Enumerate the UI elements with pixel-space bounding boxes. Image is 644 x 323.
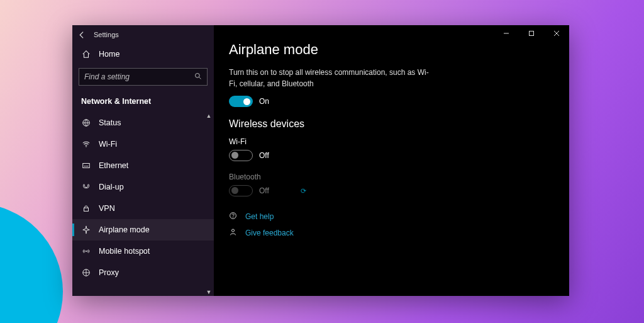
wifi-toggle[interactable] xyxy=(229,150,253,161)
ethernet-icon xyxy=(81,161,91,171)
svg-point-5 xyxy=(86,251,87,252)
dialup-icon xyxy=(81,182,91,192)
airplane-mode-toggle[interactable] xyxy=(229,96,253,107)
back-button[interactable] xyxy=(77,30,86,39)
main-panel: Airplane mode Turn this on to stop all w… xyxy=(214,25,569,296)
sidebar-item-proxy[interactable]: Proxy xyxy=(72,262,214,283)
settings-window: Settings Home Network & Internet ▲ xyxy=(72,25,569,296)
get-help-link[interactable]: Get help xyxy=(229,212,569,222)
wifi-icon xyxy=(81,139,91,149)
svg-rect-4 xyxy=(84,208,89,211)
svg-point-0 xyxy=(196,73,200,77)
svg-rect-7 xyxy=(530,31,534,36)
get-help-label: Get help xyxy=(245,212,274,221)
svg-point-10 xyxy=(231,229,234,232)
vpn-icon xyxy=(81,203,91,213)
sidebar-item-hotspot[interactable]: Mobile hotspot xyxy=(72,241,214,262)
search-icon xyxy=(194,72,202,82)
sidebar-item-label: Airplane mode xyxy=(99,225,150,234)
sidebar-item-status[interactable]: Status xyxy=(72,112,214,133)
loading-spinner-icon: ⟳ xyxy=(301,187,306,195)
airplane-icon xyxy=(81,225,91,235)
window-controls xyxy=(494,25,569,42)
sidebar-item-vpn[interactable]: VPN xyxy=(72,198,214,219)
sidebar-item-ethernet[interactable]: Ethernet xyxy=(72,155,214,176)
svg-point-9 xyxy=(233,217,233,218)
give-feedback-label: Give feedback xyxy=(245,229,294,237)
search-box[interactable] xyxy=(79,68,208,86)
give-feedback-link[interactable]: Give feedback xyxy=(229,228,569,238)
scroll-down-button[interactable]: ▼ xyxy=(205,288,213,296)
sidebar-home[interactable]: Home xyxy=(72,44,214,64)
page-description: Turn this on to stop all wireless commun… xyxy=(229,67,436,89)
hotspot-icon xyxy=(81,246,91,256)
wifi-state: Off xyxy=(259,151,269,160)
svg-point-8 xyxy=(230,213,236,219)
app-title: Settings xyxy=(94,31,119,38)
sidebar-item-label: Status xyxy=(99,118,121,127)
home-label: Home xyxy=(99,50,119,59)
svg-point-2 xyxy=(86,146,86,147)
sidebar-item-label: Ethernet xyxy=(99,161,128,170)
airplane-mode-state: On xyxy=(259,97,269,106)
nav-list: Status Wi-Fi Ethernet xyxy=(72,112,214,296)
wireless-devices-header: Wireless devices xyxy=(229,118,569,130)
bluetooth-label: Bluetooth xyxy=(229,173,569,181)
bluetooth-state: Off xyxy=(259,186,269,195)
wifi-label: Wi-Fi xyxy=(229,137,569,146)
minimize-button[interactable] xyxy=(494,25,519,42)
sidebar-item-label: VPN xyxy=(99,204,115,213)
maximize-button[interactable] xyxy=(519,25,544,42)
sidebar-item-label: Proxy xyxy=(99,268,119,277)
sidebar-item-label: Dial-up xyxy=(99,183,124,191)
feedback-icon xyxy=(229,228,239,238)
sidebar-item-airplane[interactable]: Airplane mode xyxy=(72,219,214,241)
search-input[interactable] xyxy=(84,72,191,81)
proxy-icon xyxy=(81,268,91,278)
sidebar-item-label: Wi-Fi xyxy=(99,140,117,149)
titlebar: Settings xyxy=(72,25,214,44)
close-button[interactable] xyxy=(544,25,569,42)
home-icon xyxy=(81,49,91,59)
sidebar-item-wifi[interactable]: Wi-Fi xyxy=(72,133,214,155)
bluetooth-toggle xyxy=(229,185,253,196)
svg-rect-3 xyxy=(83,164,90,168)
sidebar-item-dialup[interactable]: Dial-up xyxy=(72,176,214,198)
category-header: Network & Internet xyxy=(72,92,214,112)
sidebar-item-label: Mobile hotspot xyxy=(99,247,150,256)
page-title: Airplane mode xyxy=(229,42,569,58)
sidebar: Settings Home Network & Internet ▲ xyxy=(72,25,214,296)
help-icon xyxy=(229,212,239,222)
globe-icon xyxy=(81,118,91,128)
